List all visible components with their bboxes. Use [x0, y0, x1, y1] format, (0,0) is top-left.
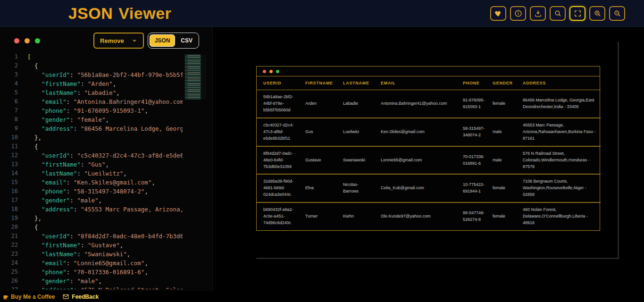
code-line[interactable]: 3 "userId": "56b1a8ae-2bf2-44bf-979e-b5b… — [0, 70, 183, 79]
remove-dropdown[interactable]: Remove — [93, 33, 144, 49]
code-text: "email": "Antonina.Bahringer41@yahoo.com… — [27, 97, 183, 106]
title-viewer: Viewer — [118, 4, 171, 22]
code-line[interactable]: 24 "email": "Lonnie65@gmail.com", — [0, 259, 183, 268]
code-text: "firstName": "Gus", — [27, 160, 109, 169]
code-line[interactable]: 17 "gender": "male", — [0, 196, 183, 205]
table-cell: Gustave — [301, 146, 339, 175]
line-number: 11 — [0, 142, 18, 151]
table-cell: female — [489, 174, 519, 202]
line-number: 10 — [0, 133, 18, 142]
preview-panel: USERIDFIRSTNAMELASTNAMEEMAILPHONEGENDERA… — [213, 27, 644, 291]
code-text: }, — [27, 214, 42, 223]
feedback-link[interactable]: FeedBack — [62, 294, 99, 300]
line-number: 7 — [0, 106, 18, 115]
preview-horizontal-scrollbar[interactable] — [256, 258, 619, 259]
code-text: { — [27, 223, 38, 232]
code-line[interactable]: 10 }, — [0, 133, 183, 142]
code-editor[interactable]: 1[2 {3 "userId": "56b1a8ae-2bf2-44bf-979… — [0, 52, 183, 289]
feedback-label: FeedBack — [72, 294, 99, 300]
chevron-down-icon — [132, 38, 137, 43]
code-line[interactable]: 6 "email": "Antonina.Bahringer41@yahoo.c… — [0, 97, 183, 106]
code-text: "userId": "8f84d2d7-0adc-48e0-b4fd-7b3d6… — [27, 232, 183, 241]
code-line[interactable]: 23 "lastName": "Swaniawski", — [0, 250, 183, 259]
search-icon — [554, 9, 562, 17]
format-option-csv[interactable]: CSV — [176, 35, 197, 46]
search-button[interactable] — [550, 6, 566, 21]
table-cell: b690432f-a9a2-4c0e-a451-74d96c6d240c — [257, 202, 301, 230]
zoom-in-button[interactable] — [589, 6, 605, 21]
line-number: 14 — [0, 169, 18, 178]
code-line[interactable]: 9 "address": "86456 Marcelina Lodge, Geo… — [0, 124, 183, 133]
download-button[interactable] — [530, 6, 546, 21]
code-line[interactable]: 15 "email": "Ken.Skiles@gmail.com", — [0, 178, 183, 187]
code-line[interactable]: 26 "gender": "male", — [0, 277, 183, 285]
format-option-json[interactable]: JSON — [150, 34, 176, 47]
fullscreen-button[interactable] — [569, 6, 585, 21]
table-cell: Lueilwitz — [339, 118, 377, 146]
table-cell: Arden — [301, 90, 339, 118]
code-line[interactable]: 18 "address": "45553 Marc Passage, Arizo… — [0, 205, 183, 214]
table-row: b690432f-a9a2-4c0e-a451-74d96c6d240cTurn… — [257, 202, 601, 230]
buy-me-a-coffee-link[interactable]: Buy Me a Coffee — [2, 294, 55, 300]
table-cell: Swaniawski — [339, 146, 377, 175]
table-cell: 10-775422-691944-1 — [459, 174, 489, 202]
code-line[interactable]: 27 "address": "576 N Railroad Street, Co… — [0, 285, 183, 289]
code-line[interactable]: 20 { — [0, 223, 183, 232]
code-line[interactable]: 22 "firstName": "Gustave", — [0, 241, 183, 250]
code-text: "phone": "70-017336-016891-6", — [27, 268, 148, 277]
code-line[interactable]: 21 "userId": "8f84d2d7-0adc-48e0-b4fd-7b… — [0, 232, 183, 241]
editor-controls: Remove JSON CSV — [93, 33, 199, 49]
line-number: 17 — [0, 196, 18, 205]
line-number: 13 — [0, 160, 18, 169]
download-icon — [534, 9, 542, 17]
code-line[interactable]: 11 { — [0, 142, 183, 151]
format-toggle: JSON CSV — [148, 33, 199, 49]
code-line[interactable]: 19 }, — [0, 214, 183, 223]
line-number: 25 — [0, 268, 18, 277]
preview-vertical-scrollbar[interactable] — [618, 42, 619, 258]
table-cell: Turner — [301, 202, 339, 230]
code-text: { — [27, 142, 38, 151]
line-number: 2 — [0, 61, 18, 70]
code-line[interactable]: 13 "firstName": "Gus", — [0, 160, 183, 169]
window-dot-red — [14, 38, 19, 43]
table-cell: Celia_Kub@gmail.com — [377, 174, 459, 202]
preview-dot-orange — [269, 70, 273, 73]
table-cell: male — [489, 146, 519, 175]
code-text: "phone": "58-315497-348074-2", — [27, 187, 148, 196]
editor-panel: Remove JSON CSV 1[2 {3 "userId": "56b1a8… — [0, 27, 213, 291]
table-row: c5c40327-d2c4-47c3-af8d-e5de6b32bf11GusL… — [257, 118, 601, 146]
code-line[interactable]: 8 "gender": "female", — [0, 115, 183, 124]
code-line[interactable]: 12 "userId": "c5c40327-d2c4-47c3-af8d-e5… — [0, 151, 183, 160]
code-line[interactable]: 1[ — [0, 52, 183, 61]
minimap[interactable] — [184, 55, 206, 99]
table-cell: female — [489, 90, 519, 118]
code-line[interactable]: 2 { — [0, 61, 183, 70]
code-text: "address": "576 N Railroad Street, Color… — [27, 285, 183, 289]
code-line[interactable]: 4 "firstName": "Arden", — [0, 79, 183, 88]
code-line[interactable]: 5 "lastName": "Labadie", — [0, 88, 183, 97]
code-line[interactable]: 7 "phone": "91-676095-915093-1", — [0, 106, 183, 115]
zoom-out-button[interactable] — [609, 6, 625, 21]
column-header-userid: USERID — [257, 76, 301, 90]
table-cell: Nicolas-Barrows — [339, 174, 377, 202]
line-number: 18 — [0, 205, 18, 214]
preview-titlebar — [257, 67, 600, 76]
table-cell: 31685a39-f90d-4681-b69d-024dca3e044c — [257, 174, 301, 202]
table-cell: 460 Nolan Forest, Delaware,O'Connellburg… — [519, 202, 601, 230]
column-header-gender: GENDER — [489, 76, 519, 90]
table-cell: 88-047748-528274-8 — [459, 202, 489, 230]
code-text: "lastName": "Labadie", — [27, 88, 120, 97]
sponsor-button[interactable] — [490, 6, 506, 21]
header-icon-bar — [490, 6, 625, 21]
table-cell: Ken.Skiles@gmail.com — [377, 118, 459, 146]
info-button[interactable] — [510, 6, 526, 21]
code-line[interactable]: 16 "phone": "58-315497-348074-2", — [0, 187, 183, 196]
code-line[interactable]: 14 "lastName": "Lueilwitz", — [0, 169, 183, 178]
table-cell: Elna — [301, 174, 339, 202]
code-line[interactable]: 25 "phone": "70-017336-016891-6", — [0, 268, 183, 277]
window-dot-green — [35, 38, 40, 43]
preview-dot-green — [276, 70, 279, 73]
zoom-out-icon — [613, 9, 621, 17]
info-icon — [514, 9, 522, 17]
